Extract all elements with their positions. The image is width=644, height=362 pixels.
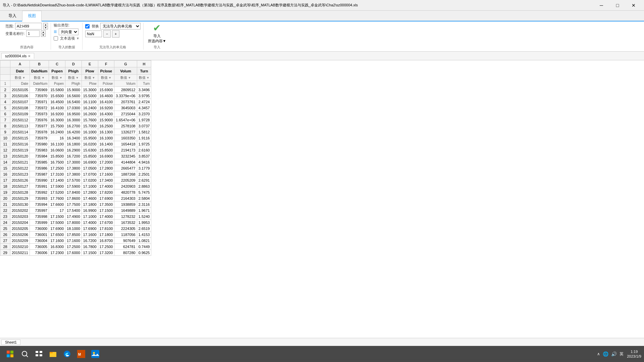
range-input[interactable]	[15, 23, 42, 29]
data-cell: 16.7500	[49, 159, 65, 165]
data-cell: 1673532	[114, 220, 137, 226]
matlab-icon[interactable]: M	[74, 347, 88, 361]
col-name-popen: Popen	[49, 67, 65, 75]
row-num-cell: 26	[0, 232, 10, 238]
text-select-row: 文本选项 ▼	[54, 36, 79, 41]
file-explorer-icon[interactable]	[46, 347, 60, 361]
spreadsheet: A B C D E F G H Date	[0, 60, 644, 338]
sheet-tab-sheet1[interactable]: Sheet1	[1, 340, 20, 345]
data-cell: 1887268	[114, 171, 137, 177]
col-header-f: F	[98, 61, 114, 67]
start-button[interactable]	[3, 347, 17, 361]
text-select-checkbox[interactable]	[54, 36, 58, 41]
data-cell: 17.7500	[65, 201, 82, 207]
nan-minus-btn[interactable]: −	[103, 30, 111, 38]
data-cell: 17.4900	[65, 214, 82, 220]
data-cell: 16.2500	[98, 123, 114, 129]
data-cell: 16.0200	[82, 141, 98, 147]
svg-rect-11	[50, 353, 56, 357]
svg-rect-3	[10, 354, 13, 357]
taskbar-time[interactable]: 1:19 2023/1/9	[627, 349, 641, 359]
minimize-button[interactable]: ─	[594, 1, 609, 10]
row-num-cell: 10	[0, 135, 10, 141]
data-cell: 17.1500	[49, 214, 65, 220]
data-cell: 17.8200	[98, 189, 114, 195]
col-type-rownum	[0, 75, 10, 81]
edge-icon[interactable]	[60, 347, 74, 361]
col-header-row: A B C D E F G H	[0, 61, 151, 67]
range-down[interactable]: ▼	[44, 26, 48, 29]
data-cell: 735971	[30, 99, 49, 105]
data-cell: 735977	[30, 123, 49, 129]
data-cell: 907649	[114, 238, 137, 244]
data-cell: 16.3000	[65, 117, 82, 123]
data-cell: 16.2400	[82, 105, 98, 111]
nan-input[interactable]	[85, 31, 102, 37]
nan-plus-btn[interactable]: +	[112, 30, 119, 38]
table-row: 232015020373599817.150017.490017.100017.…	[0, 214, 151, 220]
output-type-row: 输出类型:	[54, 23, 69, 28]
sheet-table-wrapper[interactable]: A B C D E F G H Date	[0, 60, 644, 338]
col-name-volum: Volum	[114, 67, 137, 75]
table-row: 242015020473599917.500017.800017.400017.…	[0, 220, 151, 226]
maximize-button[interactable]: □	[610, 1, 625, 10]
svg-text:M: M	[78, 353, 81, 356]
replace-select[interactable]: 无法导入的单元格	[100, 23, 141, 29]
data-cell: 17.2000	[98, 159, 114, 165]
table-row: 22201502027359971717.540016.990017.15001…	[0, 207, 151, 214]
table-row: 92015011473597816.240016.420016.100016.1…	[0, 129, 151, 135]
row-num-cell: 21	[0, 201, 10, 207]
data-cell: 4.3457	[137, 105, 151, 111]
import-button[interactable]: ✔ 导入 所选内容▼	[148, 23, 166, 43]
varname-spinner: ▲ ▼	[41, 30, 46, 37]
table-row: 132015012073598415.850016.720015.850016.…	[0, 153, 151, 159]
varname-down[interactable]: ▼	[41, 34, 45, 37]
file-tab-close[interactable]: ✕	[28, 54, 31, 58]
svg-rect-8	[36, 354, 38, 356]
data-cell: 15.5800	[49, 87, 65, 93]
col-header-g: G	[114, 61, 137, 67]
close-button[interactable]: ✕	[626, 1, 641, 10]
file-tab[interactable]: sz000004.xls ✕	[1, 53, 34, 59]
data-cell: 735973	[30, 111, 49, 117]
col-type-h: 数值 ▼	[137, 75, 151, 81]
data-cell: 16.7200	[82, 238, 98, 244]
tab-view[interactable]: 视图	[22, 11, 42, 21]
data-cell: 17.5900	[49, 183, 65, 189]
data-cell: 20150120	[10, 153, 30, 159]
data-cell: 16.8300	[49, 244, 65, 250]
row-num-cell: 27	[0, 238, 10, 244]
data-cell: 2578108	[114, 123, 137, 129]
data-cell: 15.9500	[82, 135, 98, 141]
svg-rect-7	[40, 351, 42, 353]
data-cell: 16.1100	[82, 99, 98, 105]
data-table: A B C D E F G H Date	[0, 60, 151, 256]
caret-up-icon[interactable]: ∧	[597, 352, 600, 356]
varname-input[interactable]	[26, 30, 40, 37]
data-cell: 1.4153	[137, 232, 151, 238]
data-cell: 3645003	[114, 105, 137, 111]
search-icon-taskbar[interactable]	[18, 347, 32, 361]
col-type-d: 数值 ▼	[65, 75, 82, 81]
data-cell: 20150122	[10, 165, 30, 171]
data-cell: 17.1800	[82, 201, 98, 207]
data-cell: 735970	[30, 93, 49, 99]
photo-icon[interactable]	[89, 347, 102, 361]
row-num-cell: 17	[0, 177, 10, 183]
data-cell: 1.9728	[137, 117, 151, 123]
data-cell: 16.2700	[65, 123, 82, 129]
tab-import[interactable]: 导入	[3, 11, 22, 21]
data-cell: 4820778	[114, 189, 137, 195]
ribbon-tabs: 导入 视图	[0, 11, 644, 21]
replace-checkbox[interactable]	[85, 24, 90, 28]
table-row: 10201501157359791616.340015.950016.10001…	[0, 135, 151, 141]
output-type-select[interactable]: 列向量	[59, 28, 78, 35]
varname-up[interactable]: ▲	[41, 31, 45, 34]
range-up[interactable]: ▲	[44, 23, 48, 26]
data-cell: 736005	[30, 244, 49, 250]
taskview-icon[interactable]	[32, 347, 46, 361]
data-cell: 735998	[30, 214, 49, 220]
file-tab-bar: sz000004.xls ✕	[0, 52, 644, 60]
table-row: 212015013073599417.660017.750017.180017.…	[0, 201, 151, 207]
svg-rect-0	[7, 351, 10, 354]
